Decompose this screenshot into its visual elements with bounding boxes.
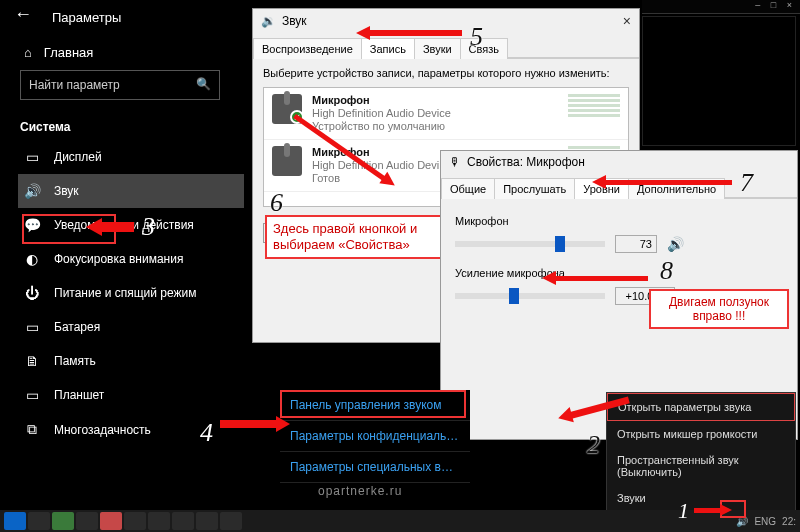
mic-tab-2[interactable]: Уровни — [574, 178, 629, 199]
tray-time: 22: — [782, 516, 796, 527]
sound-instruction: Выберите устройство записи, параметры ко… — [253, 59, 639, 81]
nav-label: Фокусировка внимания — [54, 252, 183, 266]
taskbar-app[interactable] — [148, 512, 170, 530]
related-settings-links: Панель управления звукомПараметры конфид… — [280, 390, 470, 483]
app-title: Параметры — [52, 10, 246, 25]
nav-label: Питание и спящий режим — [54, 286, 197, 300]
search-input[interactable]: Найти параметр 🔍 — [20, 70, 220, 100]
settings-panel: ← Параметры ⌂ Главная Найти параметр 🔍 С… — [0, 0, 246, 510]
nav-icon: 🔊 — [24, 183, 40, 199]
sidebar-item-1[interactable]: 🔊Звук — [18, 174, 244, 208]
system-tray[interactable]: 🔊 ENG 22: — [736, 516, 796, 527]
nav-label: Уведомления и действия — [54, 218, 194, 232]
tray-volume-icon[interactable]: 🔊 — [736, 516, 748, 527]
sound-tabs: ВоспроизведениеЗаписьЗвукиСвязь — [253, 37, 639, 59]
volume-icon[interactable]: 🔊 — [667, 236, 684, 252]
nav-icon: ◐ — [24, 251, 40, 267]
nav-label: Батарея — [54, 320, 100, 334]
sound-tab-1[interactable]: Запись — [361, 38, 415, 59]
tray-lang[interactable]: ENG — [754, 516, 776, 527]
sidebar-item-7[interactable]: ▭Планшет — [18, 378, 244, 412]
taskbar-app[interactable] — [76, 512, 98, 530]
sound-dialog-title: Звук — [282, 14, 307, 28]
taskbar-app[interactable] — [100, 512, 122, 530]
sound-menu-item-0[interactable]: Открыть параметры звука — [607, 393, 795, 421]
nav-label: Многозадачность — [54, 423, 151, 437]
sound-menu-item-3[interactable]: Звуки — [607, 485, 795, 511]
search-placeholder: Найти параметр — [29, 78, 120, 92]
home-link[interactable]: ⌂ Главная — [24, 45, 246, 60]
nav-list: ▭Дисплей🔊Звук💬Уведомления и действия◐Фок… — [18, 140, 246, 447]
taskbar-app[interactable] — [220, 512, 242, 530]
sidebar-item-4[interactable]: ⏻Питание и спящий режим — [18, 276, 244, 310]
mic-dialog-titlebar: 🎙 Свойства: Микрофон — [441, 151, 797, 173]
mic-tab-3[interactable]: Дополнительно — [628, 178, 725, 199]
watermark: opartnerke.ru — [318, 484, 402, 498]
close-icon[interactable]: × — [623, 13, 631, 29]
speaker-icon: 🔉 — [261, 14, 276, 28]
mic-icon: 🎙 — [449, 155, 461, 169]
taskbar-app[interactable] — [52, 512, 74, 530]
nav-icon: ▭ — [24, 387, 40, 403]
window-chrome — [642, 0, 800, 14]
black-window — [642, 16, 796, 146]
home-label: Главная — [44, 45, 93, 60]
mic-device-icon — [272, 146, 302, 176]
taskbar-app[interactable] — [196, 512, 218, 530]
taskbar-app[interactable] — [124, 512, 146, 530]
sidebar-item-0[interactable]: ▭Дисплей — [18, 140, 244, 174]
default-check-icon: ✓ — [290, 110, 304, 124]
mic-level-label: Микрофон — [455, 215, 783, 227]
nav-icon: ⧉ — [24, 421, 40, 438]
taskbar-app[interactable] — [28, 512, 50, 530]
sound-tab-0[interactable]: Воспроизведение — [253, 38, 362, 59]
sidebar-item-6[interactable]: 🗎Память — [18, 344, 244, 378]
nav-icon: 💬 — [24, 217, 40, 233]
nav-label: Звук — [54, 184, 79, 198]
related-link-1[interactable]: Параметры конфиденциаль… — [280, 421, 470, 452]
mic-level-slider[interactable] — [455, 241, 605, 247]
nav-label: Планшет — [54, 388, 104, 402]
tutor-right-click: Здесь правой кнопкой и выбираем «Свойств… — [265, 215, 465, 259]
sound-tab-2[interactable]: Звуки — [414, 38, 461, 59]
nav-icon: ▭ — [24, 149, 40, 165]
related-link-2[interactable]: Параметры специальных в… — [280, 452, 470, 483]
mic-level-value: 73 — [615, 235, 657, 253]
mic-gain-label: Усиление микрофона — [455, 267, 783, 279]
mic-tabs: ОбщиеПрослушатьУровниДополнительно — [441, 177, 797, 199]
mic-tab-1[interactable]: Прослушать — [494, 178, 575, 199]
sidebar-item-8[interactable]: ⧉Многозадачность — [18, 412, 244, 447]
sound-dialog-titlebar: 🔉 Звук × — [253, 9, 639, 33]
sound-menu-item-1[interactable]: Открыть микшер громкости — [607, 421, 795, 447]
back-icon[interactable]: ← — [14, 4, 32, 25]
nav-label: Память — [54, 354, 96, 368]
nav-icon: ⏻ — [24, 285, 40, 301]
start-button[interactable] — [4, 512, 26, 530]
home-icon: ⌂ — [24, 45, 32, 60]
sound-tab-3[interactable]: Связь — [460, 38, 508, 59]
sidebar-item-2[interactable]: 💬Уведомления и действия — [18, 208, 244, 242]
nav-label: Дисплей — [54, 150, 102, 164]
taskbar-app[interactable] — [172, 512, 194, 530]
nav-icon: ▭ — [24, 319, 40, 335]
tutor-slider-right: Двигаем ползунок вправо !!! — [649, 289, 789, 329]
mic-tab-0[interactable]: Общие — [441, 178, 495, 199]
recording-device[interactable]: ✓МикрофонHigh Definition Audio DeviceУст… — [264, 88, 628, 140]
mic-gain-slider[interactable] — [455, 293, 605, 299]
mic-dialog-title: Свойства: Микрофон — [467, 155, 585, 169]
nav-icon: 🗎 — [24, 353, 40, 369]
category-header: Система — [20, 120, 246, 134]
sidebar-item-3[interactable]: ◐Фокусировка внимания — [18, 242, 244, 276]
related-link-0[interactable]: Панель управления звуком — [280, 390, 470, 421]
taskbar: 🔊 ENG 22: — [0, 510, 800, 532]
sidebar-item-5[interactable]: ▭Батарея — [18, 310, 244, 344]
sound-menu-item-2[interactable]: Пространственный звук (Выключить) — [607, 447, 795, 485]
search-icon: 🔍 — [196, 77, 211, 91]
